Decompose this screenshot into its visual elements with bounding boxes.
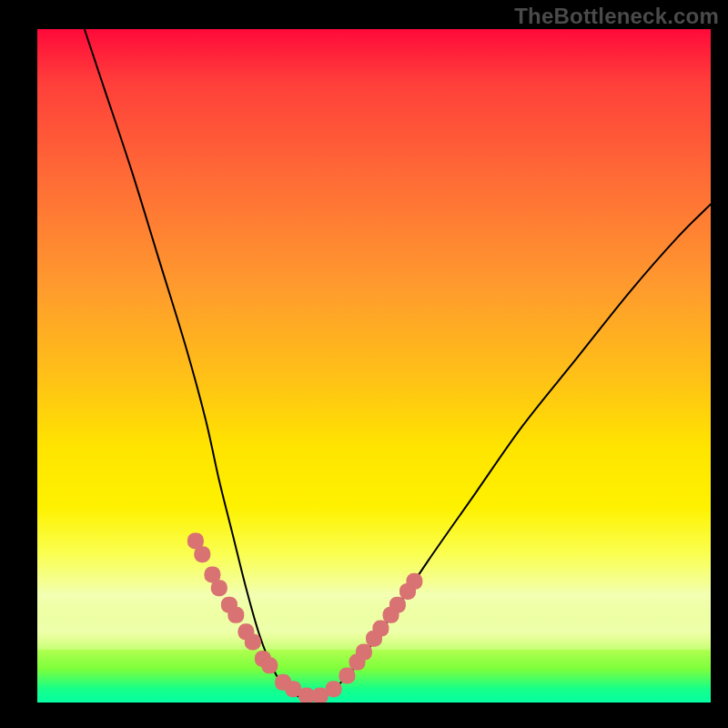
marker-dot (356, 644, 372, 661)
marker-dot (339, 667, 355, 683)
plot-area (37, 29, 711, 703)
marker-dot (228, 607, 244, 623)
marker-dot (245, 633, 261, 650)
marker-dot (261, 657, 278, 673)
marker-dots (187, 532, 423, 703)
chart-frame: TheBottleneck.com (0, 0, 728, 728)
marker-dot (211, 580, 228, 596)
marker-dot (406, 573, 422, 590)
curve-svg (37, 29, 711, 703)
marker-dot (194, 546, 210, 562)
marker-dot (326, 681, 342, 697)
marker-dot (372, 621, 389, 637)
watermark-text: TheBottleneck.com (514, 4, 719, 29)
marker-dot (389, 597, 406, 613)
